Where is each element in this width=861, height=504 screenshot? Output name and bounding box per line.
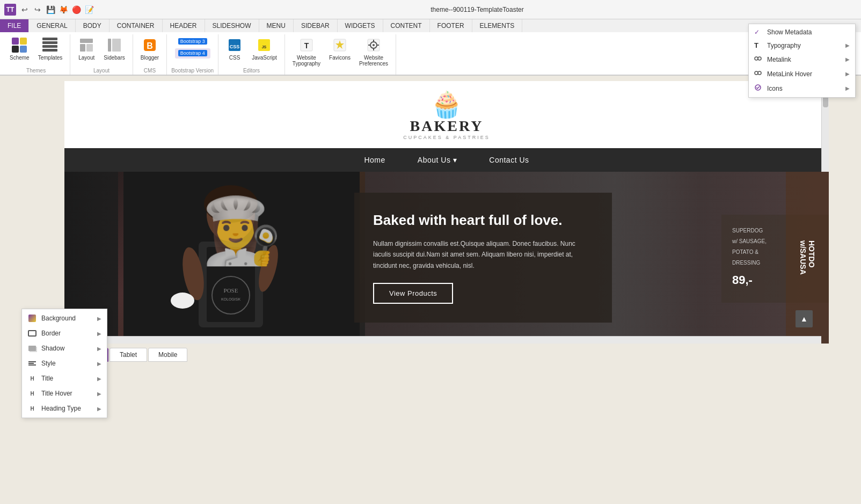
tab-widgets[interactable]: WIDGETS	[338, 19, 383, 32]
show-metadata-check: ✓	[754, 28, 764, 36]
tab-container[interactable]: CONTAINER	[110, 19, 163, 32]
scroll-to-top-button[interactable]: ▲	[796, 310, 813, 327]
svg-point-35	[755, 71, 758, 75]
ribbon-group-items-editors: CSS CSS JS JavaScript	[223, 34, 280, 67]
ctx-background[interactable]: Background ▶	[22, 311, 107, 326]
tab-file[interactable]: FILE	[0, 19, 29, 32]
tab-sidebar[interactable]: SIDEBAR	[294, 19, 338, 32]
hero-title: Baked with heart full of love.	[373, 211, 593, 230]
ribbon-item-templates[interactable]: Templates	[35, 34, 66, 63]
ctx-border[interactable]: Border ▶	[22, 326, 107, 341]
tab-footer[interactable]: FOOTER	[430, 19, 472, 32]
svg-point-36	[758, 71, 761, 75]
settings-icon[interactable]: 📝	[84, 4, 94, 15]
save-button[interactable]: 💾	[45, 4, 56, 15]
ribbon-item-scheme[interactable]: Scheme	[6, 34, 33, 63]
svg-rect-2	[86, 44, 93, 52]
ctx-title[interactable]: H Title ▶	[22, 371, 107, 386]
layout-group-label: Layout	[93, 68, 110, 74]
show-metadata-label: Show Metadata	[767, 28, 812, 36]
ribbon-group-items-cms: B Blogger	[137, 34, 162, 67]
site-logo: 🧁 BAKERY CUPCAKES & PASTRIES	[403, 92, 490, 140]
ribbon-group-items-themes: Scheme Templates	[6, 34, 65, 67]
templates-icon	[41, 36, 59, 54]
ribbon-content: Scheme Templates Themes	[0, 32, 861, 75]
tab-slideshow[interactable]: SLIDESHOW	[205, 19, 259, 32]
title-label: Title	[41, 375, 97, 382]
ctx-typography[interactable]: T Typography ▶	[749, 39, 855, 52]
border-icon	[27, 328, 37, 338]
app-bar-buttons: ↩ ↪ 💾 🦊 🔴 📝	[19, 4, 94, 15]
ribbon-item-css[interactable]: CSS CSS	[223, 34, 246, 63]
ctx-icons[interactable]: Icons ▶	[749, 81, 855, 96]
border-label: Border	[41, 330, 97, 337]
ribbon-item-javascript[interactable]: JS JavaScript	[249, 34, 280, 63]
ribbon-item-bootstrap3[interactable]: Bootstrap 3	[175, 36, 210, 47]
ribbon-group-editors: CSS CSS JS JavaScript Editors	[218, 34, 285, 75]
ctx-style[interactable]: Style ▶	[22, 356, 107, 371]
ribbon-group-cms: B Blogger CMS	[133, 34, 167, 75]
typography-submenu-arrow: ▶	[845, 42, 850, 48]
tab-general[interactable]: GENERAL	[29, 19, 75, 32]
tab-elements[interactable]: ELEMENTS	[472, 19, 523, 32]
background-submenu-arrow: ▶	[97, 316, 101, 322]
context-menu-left: Background ▶ Border ▶ Shadow ▶ Style ▶ H…	[21, 309, 107, 418]
site-header: 🧁 BAKERY CUPCAKES & PASTRIES	[64, 81, 829, 148]
ribbon-group-bootstrap: Bootstrap 3 Bootstrap 4 Bootstrap Versio…	[167, 34, 218, 75]
shadow-label: Shadow	[41, 345, 97, 352]
ctx-shadow[interactable]: Shadow ▶	[22, 341, 107, 356]
ribbon-item-website-preferences[interactable]: WebsitePreferences	[356, 34, 391, 69]
logo-text: BAKERY	[410, 118, 484, 135]
favicons-label: Favicons	[329, 55, 351, 61]
scrollbar-horizontal[interactable]	[64, 336, 821, 344]
browser-icon[interactable]: 🦊	[58, 4, 69, 15]
scheme-label: Scheme	[10, 55, 30, 61]
heading-type-label: Heading Type	[41, 405, 97, 412]
site-hero: POSE KOLOGISK SUPERDOG w/ SAUSAGE, POTAT…	[64, 172, 829, 344]
tab-menu[interactable]: MENU	[259, 19, 294, 32]
ctx-heading-type[interactable]: H Heading Type ▶	[22, 401, 107, 416]
svg-text:B: B	[147, 41, 153, 50]
tab-mobile[interactable]: Mobile	[148, 348, 187, 362]
title-hover-submenu-arrow: ▶	[97, 391, 101, 397]
svg-point-17	[373, 44, 375, 46]
svg-point-23	[207, 188, 255, 242]
nav-contact[interactable]: Contact Us	[489, 156, 529, 164]
ctx-metalink[interactable]: Metalink ▶	[749, 52, 855, 67]
style-submenu-arrow: ▶	[97, 361, 101, 367]
svg-rect-3	[108, 39, 111, 52]
viewport-tabs: Desktop Tablet Mobile	[64, 344, 829, 366]
ctx-title-hover[interactable]: H Title Hover ▶	[22, 386, 107, 401]
ribbon-item-sidebars[interactable]: Sidebars	[100, 34, 128, 63]
background-label: Background	[41, 315, 97, 322]
tab-content[interactable]: CONTENT	[383, 19, 430, 32]
website-typography-icon: T	[298, 36, 315, 54]
nav-about[interactable]: About Us ▾	[418, 156, 457, 164]
svg-text:JS: JS	[262, 45, 267, 49]
ctx-metalink-hover[interactable]: MetaLink Hover ▶	[749, 67, 855, 81]
ribbon-item-bootstrap4[interactable]: Bootstrap 4	[175, 48, 210, 59]
heading-type-submenu-arrow: ▶	[97, 406, 101, 412]
undo-button[interactable]: ↩	[19, 4, 30, 15]
ribbon-item-favicons[interactable]: Favicons	[326, 34, 354, 63]
redo-button[interactable]: ↪	[32, 4, 43, 15]
tab-body[interactable]: BODY	[76, 19, 110, 32]
close-icon[interactable]: 🔴	[71, 4, 82, 15]
bootstrap3-badge: Bootstrap 3	[178, 38, 207, 45]
ribbon-item-blogger[interactable]: B Blogger	[137, 34, 162, 63]
blogger-icon: B	[141, 36, 158, 54]
ribbon-group-themes: Scheme Templates Themes	[2, 34, 70, 75]
ctx-show-metadata[interactable]: ✓ Show Metadata	[749, 26, 855, 39]
tab-header[interactable]: HEADER	[163, 19, 205, 32]
css-label: CSS	[229, 55, 240, 61]
shadow-submenu-arrow: ▶	[97, 346, 101, 352]
ribbon-item-website-typography[interactable]: T WebsiteTypography	[289, 34, 324, 69]
title-submenu-arrow: ▶	[97, 376, 101, 382]
nav-home[interactable]: Home	[364, 156, 385, 164]
view-products-button[interactable]: View Products	[373, 283, 453, 304]
svg-text:CSS: CSS	[230, 44, 240, 49]
javascript-label: JavaScript	[252, 55, 277, 61]
ribbon-item-layout[interactable]: Layout	[75, 34, 98, 63]
app-bar: TT ↩ ↪ 💾 🦊 🔴 📝 theme--900119-TemplateToa…	[0, 0, 861, 19]
tab-tablet[interactable]: Tablet	[110, 348, 147, 362]
